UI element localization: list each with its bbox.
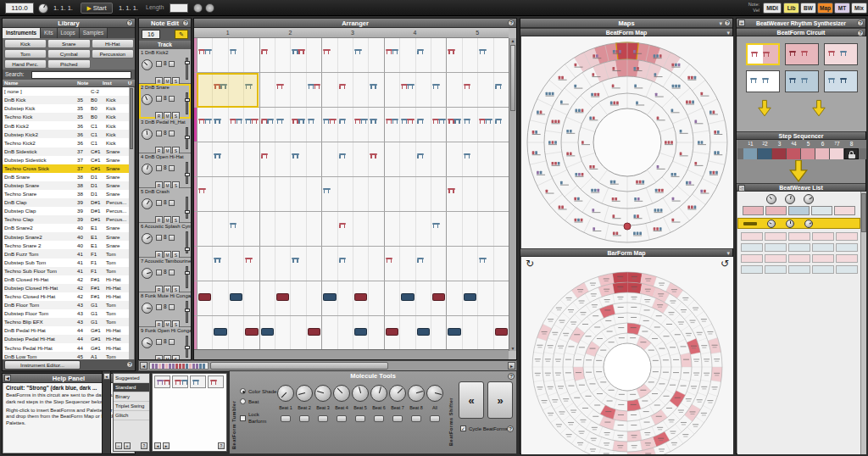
- library-row[interactable]: Dubstep Snare240E1Snare: [3, 232, 131, 241]
- circuit-cell[interactable]: [746, 70, 780, 92]
- arranger-cell[interactable]: [477, 316, 492, 350]
- tool-knob[interactable]: [426, 385, 443, 402]
- arranger-cell[interactable]: [337, 212, 353, 246]
- tab-instruments[interactable]: Instruments: [3, 28, 41, 38]
- arranger-cell[interactable]: [212, 177, 227, 211]
- tool-knob[interactable]: [314, 385, 331, 402]
- arranger-cell[interactable]: [337, 108, 353, 142]
- arranger-cell[interactable]: [384, 212, 399, 246]
- arranger-grid[interactable]: [194, 38, 509, 351]
- track-fader[interactable]: [186, 197, 188, 219]
- weave-knob[interactable]: [767, 220, 776, 228]
- step-segment[interactable]: [743, 148, 758, 159]
- library-row[interactable]: [ none ]C-2: [3, 87, 131, 96]
- library-row[interactable]: DnB Fuzz Tom41F1Tom: [3, 249, 131, 258]
- arranger-cell[interactable]: [306, 247, 321, 281]
- arranger-cell[interactable]: [353, 142, 368, 176]
- arranger-row[interactable]: [194, 38, 509, 73]
- library-row[interactable]: Dubstep Kick35B0Kick: [3, 104, 131, 113]
- category-button-kick[interactable]: Kick: [4, 39, 47, 48]
- tool-knob[interactable]: [408, 385, 425, 402]
- arranger-cell[interactable]: [243, 38, 259, 72]
- arranger-cell[interactable]: [462, 73, 477, 107]
- collapse-left-icon[interactable]: ◀: [4, 375, 11, 381]
- track-left-button[interactable]: [156, 61, 162, 67]
- arranger-cell[interactable]: [399, 142, 415, 176]
- arranger-cell[interactable]: [290, 177, 305, 211]
- arranger-cell[interactable]: [337, 142, 353, 176]
- track-knob[interactable]: [142, 198, 153, 209]
- track-entry[interactable]: 8 Funk Mute Hi Conga8RMS: [139, 292, 191, 327]
- arranger-cell[interactable]: [446, 142, 461, 176]
- weave-cell[interactable]: [765, 243, 787, 252]
- arranger-cell[interactable]: [415, 177, 431, 211]
- collapsed-palettes-strip[interactable]: ◂: [102, 370, 111, 454]
- library-row[interactable]: DnB Clap39D#1Percus...: [3, 198, 131, 207]
- arranger-cell[interactable]: [321, 212, 337, 246]
- arranger-cell[interactable]: [243, 316, 259, 350]
- arranger-cell[interactable]: [275, 108, 290, 142]
- track-right-button[interactable]: [169, 235, 175, 241]
- category-button-cymbal[interactable]: Cymbal: [47, 49, 91, 58]
- library-row[interactable]: Techno Pedal Hi-Hat44G#1Hi-Hat: [3, 343, 131, 352]
- library-row[interactable]: DnB Closed Hi-Hat42F#1Hi-Hat: [3, 275, 131, 284]
- arranger-cell[interactable]: [290, 212, 305, 246]
- arranger-cell[interactable]: [446, 212, 461, 246]
- arranger-cell[interactable]: [228, 38, 243, 72]
- arranger-cell[interactable]: [259, 212, 275, 246]
- tempo-display[interactable]: 110.0: [5, 3, 34, 14]
- track-knob[interactable]: [142, 303, 153, 314]
- timeline-ruler[interactable]: 12345: [194, 28, 509, 38]
- library-row[interactable]: DnB Snare38D1Snare: [3, 173, 131, 181]
- arranger-cell[interactable]: [384, 142, 399, 176]
- weave-cell[interactable]: [834, 206, 855, 215]
- view-button-mix[interactable]: Mix: [851, 3, 867, 14]
- step-segment[interactable]: [830, 148, 844, 159]
- length-input[interactable]: [170, 3, 188, 13]
- track-left-button[interactable]: [156, 165, 162, 171]
- library-row[interactable]: Dubstep Floor Tom43G1Tom: [3, 309, 131, 318]
- category-item-suggested[interactable]: Suggested: [114, 374, 149, 383]
- circuit-cell[interactable]: [746, 43, 780, 65]
- step-segment[interactable]: [801, 148, 815, 159]
- track-entry[interactable]: 1 DnB Kick28RMS: [139, 49, 191, 84]
- arranger-cell[interactable]: [353, 212, 368, 246]
- track-fader[interactable]: [186, 127, 188, 149]
- help-icon[interactable]: ?: [507, 425, 514, 432]
- arranger-cell[interactable]: [275, 212, 290, 246]
- arranger-cell[interactable]: [431, 281, 446, 315]
- library-scrollbar[interactable]: [129, 87, 134, 361]
- step-segment[interactable]: [787, 148, 801, 159]
- arranger-cell[interactable]: [415, 212, 431, 246]
- arranger-cell[interactable]: [384, 316, 399, 350]
- view-button-map[interactable]: Map: [817, 3, 833, 14]
- track-entry[interactable]: 4 DnB Open Hi-Hat8RMS: [139, 153, 191, 188]
- weave-cell[interactable]: [812, 232, 834, 241]
- lock-barform-checkbox[interactable]: [240, 415, 246, 421]
- arranger-cell[interactable]: [446, 108, 461, 142]
- arranger-cell[interactable]: [306, 212, 321, 246]
- arranger-cell[interactable]: [446, 177, 461, 211]
- arranger-cell[interactable]: [493, 142, 509, 176]
- shift-right-button[interactable]: »: [487, 381, 513, 419]
- arranger-cell[interactable]: [243, 281, 259, 315]
- help-icon[interactable]: ?: [724, 19, 731, 26]
- view-button-mt[interactable]: MT: [834, 3, 850, 14]
- knob-preset-button[interactable]: [411, 415, 421, 422]
- library-row[interactable]: Techno Snare38D1Snare: [3, 190, 131, 198]
- arranger-cell[interactable]: [212, 212, 227, 246]
- weave-selected-row[interactable]: [737, 218, 860, 229]
- arranger-cell[interactable]: [477, 38, 492, 72]
- arranger-cell[interactable]: [212, 247, 227, 281]
- metronome-knob[interactable]: [38, 3, 48, 14]
- knob-preset-button[interactable]: [299, 415, 309, 422]
- scroll-left-icon[interactable]: ◂: [140, 362, 147, 370]
- cycle-beatforms-checkbox[interactable]: ✓: [460, 425, 466, 431]
- category-button-pitched[interactable]: Pitched: [47, 59, 91, 69]
- weave-knob[interactable]: [785, 194, 795, 204]
- arranger-cell[interactable]: [415, 73, 431, 107]
- arranger-cell[interactable]: [368, 142, 383, 176]
- arranger-cell[interactable]: [477, 281, 492, 315]
- library-row[interactable]: Techno Snare 240E1Snare: [3, 241, 131, 249]
- track-right-button[interactable]: [169, 270, 175, 275]
